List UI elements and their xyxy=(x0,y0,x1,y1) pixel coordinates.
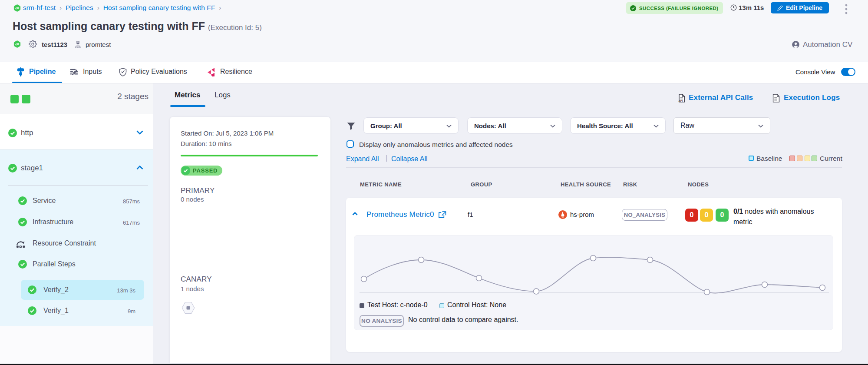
svg-text:API: API xyxy=(679,100,683,102)
